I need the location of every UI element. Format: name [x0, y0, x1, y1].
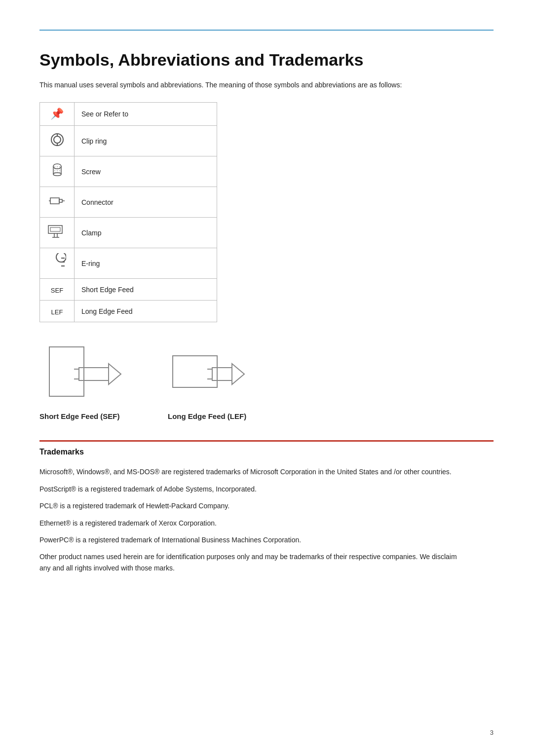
label-cell: E-ring — [75, 248, 217, 279]
clamp-icon — [47, 223, 67, 240]
sef-svg — [39, 342, 128, 406]
connector-icon — [48, 192, 66, 210]
symbol-cell — [40, 156, 75, 187]
table-row: Clamp — [40, 218, 217, 248]
label-cell: Short Edge Feed — [75, 279, 217, 301]
sef-abbr: SEF — [51, 287, 63, 294]
row-label: Short Edge Feed — [81, 286, 134, 294]
lef-diagram: Long Edge Feed (LEF) — [168, 342, 247, 420]
book-icon: 📌 — [50, 108, 64, 120]
page-wrapper: Symbols, Abbreviations and Trademarks Th… — [0, 0, 533, 619]
tm-para-2: PostScript® is a registered trademark of… — [39, 484, 464, 494]
row-label: Clamp — [81, 229, 101, 237]
table-row: Clip ring — [40, 126, 217, 156]
symbol-cell — [40, 126, 75, 156]
ering-icon — [48, 253, 66, 271]
table-row: E-ring — [40, 248, 217, 279]
row-label: Long Edge Feed — [81, 307, 133, 315]
label-cell: Clip ring — [75, 126, 217, 156]
row-label: Screw — [81, 168, 101, 176]
row-label: Connector — [81, 198, 114, 206]
svg-rect-11 — [50, 198, 59, 204]
svg-rect-16 — [50, 227, 60, 231]
table-row: Screw — [40, 156, 217, 187]
svg-rect-29 — [212, 368, 232, 380]
symbol-cell — [40, 218, 75, 248]
tm-para-6: Other product names used herein are for … — [39, 551, 464, 573]
tm-para-1: Microsoft®, Windows®, and MS-DOS® are re… — [39, 466, 464, 477]
feed-diagrams: Short Edge Feed (SEF) Long Edge Feed (LE… — [39, 342, 494, 420]
tm-para-4: Ethernet® is a registered trademark of X… — [39, 518, 464, 529]
label-cell: Screw — [75, 156, 217, 187]
row-label: See or Refer to — [81, 110, 128, 118]
symbol-cell — [40, 248, 75, 279]
trademarks-title: Trademarks — [39, 448, 494, 456]
sef-label: Short Edge Feed (SEF) — [39, 412, 120, 420]
symbol-cell: 📌 — [40, 103, 75, 126]
trademarks-section: Trademarks — [39, 440, 494, 456]
lef-svg — [168, 342, 247, 406]
label-cell: See or Refer to — [75, 103, 217, 126]
row-label: Clip ring — [81, 137, 107, 145]
tm-para-5: PowerPC® is a registered trademark of In… — [39, 534, 464, 545]
intro-text: This manual uses several symbols and abb… — [39, 79, 444, 90]
sef-diagram: Short Edge Feed (SEF) — [39, 342, 128, 420]
svg-rect-12 — [59, 199, 62, 202]
top-rule — [39, 30, 494, 31]
table-row: SEF Short Edge Feed — [40, 279, 217, 301]
tm-para-3: PCL® is a registered trademark of Hewlet… — [39, 500, 464, 511]
symbol-table: 📌 See or Refer to Clip ring — [39, 102, 217, 322]
symbol-cell — [40, 187, 75, 218]
screw-icon — [48, 161, 66, 179]
clipring-icon — [48, 131, 66, 149]
table-row: Connector — [40, 187, 217, 218]
lef-label: Long Edge Feed (LEF) — [168, 412, 246, 420]
label-cell: Clamp — [75, 218, 217, 248]
table-row: LEF Long Edge Feed — [40, 301, 217, 322]
symbol-cell: SEF — [40, 279, 75, 301]
lef-abbr: LEF — [51, 308, 63, 316]
table-row: 📌 See or Refer to — [40, 103, 217, 126]
label-cell: Connector — [75, 187, 217, 218]
svg-marker-30 — [232, 364, 244, 384]
row-label: E-ring — [81, 260, 100, 267]
symbol-cell: LEF — [40, 301, 75, 322]
svg-marker-25 — [109, 364, 121, 384]
page-number: 3 — [490, 729, 494, 736]
svg-rect-28 — [173, 356, 217, 387]
page-title: Symbols, Abbreviations and Trademarks — [39, 50, 494, 70]
svg-point-1 — [54, 136, 61, 143]
label-cell: Long Edge Feed — [75, 301, 217, 322]
